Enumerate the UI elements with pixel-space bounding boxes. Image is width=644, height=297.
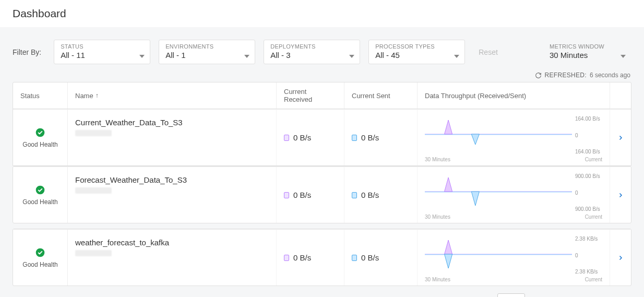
received-chip-icon (284, 135, 289, 141)
sent-chip-icon (352, 192, 357, 198)
received-value: 0 B/s (293, 191, 311, 199)
table-row: Good Health Forecast_Weather_Data_To_S3 … (13, 167, 631, 223)
filter-dep-value: All - 3 (270, 51, 315, 60)
cell-status: Good Health (13, 167, 68, 223)
col-name[interactable]: Name ↑ (68, 82, 277, 109)
table-row: Good Health weather_forecast_to_kafka 0 … (13, 229, 631, 286)
status-text: Good Health (22, 261, 57, 268)
col-expand (610, 82, 631, 109)
chevron-down-icon (454, 55, 459, 58)
filter-proc-value: All - 45 (375, 51, 435, 60)
filter-proc-label: PROCESSOR TYPES (375, 43, 435, 50)
filter-status-value: All - 11 (61, 51, 85, 60)
filter-bar: Filter By: STATUS All - 11 ENVIRONMENTS … (13, 40, 631, 64)
status-text: Good Health (22, 198, 57, 206)
chart-x-labels: 30 Minutes Current (425, 214, 602, 220)
chevron-down-icon (244, 55, 249, 58)
sent-value: 0 B/s (361, 133, 379, 142)
sent-value: 0 B/s (361, 191, 379, 199)
col-status[interactable]: Status (13, 82, 68, 109)
filter-metrics-window[interactable]: METRICS WINDOW 30 Minutes (543, 40, 631, 64)
table-header: Status Name ↑ Current Received Current S… (13, 82, 631, 109)
refresh-icon[interactable] (535, 72, 542, 79)
status-text: Good Health (22, 141, 57, 148)
sent-chip-icon (352, 135, 357, 141)
metrics-window-label: METRICS WINDOW (550, 43, 604, 50)
col-throughput[interactable]: Data Throughput (Received/Sent) (418, 82, 610, 109)
cell-status: Good Health (13, 230, 68, 286)
expand-row-button[interactable] (610, 167, 631, 223)
row-name[interactable]: Current_Weather_Data_To_S3 (75, 118, 183, 127)
chart-x-labels: 30 Minutes Current (425, 157, 602, 162)
throughput-sparkline (425, 116, 572, 152)
filter-status-label: STATUS (61, 43, 85, 50)
chevron-right-icon (617, 135, 624, 141)
check-circle-icon (35, 247, 45, 258)
metrics-window-value: 30 Minutes (550, 51, 604, 60)
received-value: 0 B/s (293, 133, 311, 142)
check-circle-icon (35, 127, 45, 138)
filter-env-value: All - 1 (165, 51, 213, 60)
filter-processor-types[interactable]: PROCESSOR TYPES All - 45 (368, 40, 465, 64)
expand-row-button[interactable] (610, 230, 631, 286)
received-chip-icon (284, 255, 289, 261)
row-name-sub (75, 250, 112, 256)
refreshed-value: 6 seconds ago (590, 72, 630, 79)
table-row: Good Health Current_Weather_Data_To_S3 0… (13, 109, 631, 165)
chevron-right-icon (617, 255, 624, 261)
filter-deployments[interactable]: DEPLOYMENTS All - 3 (264, 40, 360, 64)
items-per-page-select[interactable]: 10 (497, 293, 524, 297)
chevron-down-icon (139, 55, 145, 58)
row-name-sub (75, 130, 112, 136)
row-name[interactable]: Forecast_Weather_Data_To_S3 (75, 175, 187, 184)
throughput-sparkline (425, 236, 572, 272)
row-name-sub (75, 187, 112, 194)
row-name[interactable]: weather_forecast_to_kafka (75, 238, 169, 247)
chart-x-labels: 30 Minutes Current (425, 277, 602, 282)
sent-value: 0 B/s (361, 253, 379, 262)
filter-env-label: ENVIRONMENTS (165, 43, 213, 50)
sent-chip-icon (352, 255, 357, 261)
received-chip-icon (284, 192, 289, 198)
expand-row-button[interactable] (610, 110, 631, 165)
refresh-status: REFRESHED: 6 seconds ago (13, 72, 631, 79)
check-circle-icon (35, 185, 45, 195)
filter-by-label: Filter By: (13, 48, 41, 56)
filter-environments[interactable]: ENVIRONMENTS All - 1 (159, 40, 255, 64)
refreshed-label: REFRESHED: (545, 72, 587, 79)
sort-asc-icon: ↑ (96, 92, 99, 99)
filter-dep-label: DEPLOYMENTS (270, 43, 315, 50)
chart-y-labels: 2.38 KB/s 0 2.38 KB/s (572, 236, 602, 275)
cell-status: Good Health (13, 110, 68, 165)
chart-y-labels: 164.00 B/s 0 164.00 B/s (572, 116, 602, 155)
filter-status[interactable]: STATUS All - 11 (54, 40, 150, 64)
chevron-right-icon (617, 192, 624, 198)
chevron-down-icon (349, 55, 354, 58)
col-received[interactable]: Current Received (277, 82, 344, 109)
col-sent[interactable]: Current Sent (344, 82, 418, 109)
chart-y-labels: 900.00 B/s 0 900.00 B/s (572, 173, 602, 212)
throughput-sparkline (425, 173, 572, 210)
chevron-down-icon (621, 55, 626, 58)
reset-button[interactable]: Reset (473, 44, 503, 61)
pagination: Items per page: 10 1 – 3 of 3 (13, 286, 631, 297)
page-title: Dashboard (0, 0, 644, 27)
received-value: 0 B/s (293, 253, 311, 262)
